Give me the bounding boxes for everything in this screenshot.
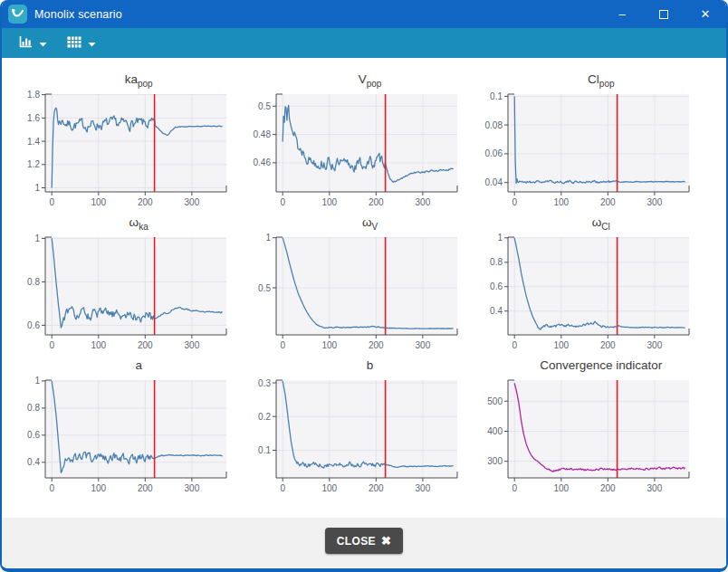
x-tick-label: 100 bbox=[91, 340, 107, 350]
plots-grid: kapop11.21.41.61.80100200300Vpop0.460.48… bbox=[17, 72, 711, 501]
x-tick-label: 200 bbox=[138, 483, 153, 493]
x-tick-label: 300 bbox=[647, 340, 662, 350]
plot-title-Cl_pop: Clpop bbox=[481, 72, 694, 89]
x-tick-label: 200 bbox=[138, 340, 153, 350]
plot-title-omega_V: ωV bbox=[249, 215, 463, 232]
toolbar bbox=[2, 28, 726, 58]
x-tick-label: 300 bbox=[185, 340, 200, 350]
window-title: Monolix scenario bbox=[34, 8, 122, 21]
plot-cell-omega_ka: ωka0.60.810100200300 bbox=[18, 215, 247, 358]
y-tick-label: 0.1 bbox=[259, 445, 272, 455]
x-tick-label: 0 bbox=[512, 197, 517, 207]
x-tick-label: 0 bbox=[281, 340, 286, 350]
close-button[interactable]: CLOSE ✖ bbox=[325, 528, 404, 554]
y-tick-label: 0.4 bbox=[27, 457, 40, 467]
y-tick-label: 0.5 bbox=[259, 283, 272, 293]
close-icon: ✖ bbox=[381, 534, 391, 548]
plot-title-a: a bbox=[18, 358, 232, 375]
x-tick-label: 200 bbox=[600, 483, 616, 493]
y-tick-label: 300 bbox=[487, 456, 503, 466]
y-tick-label: 400 bbox=[487, 426, 503, 436]
close-button-label: CLOSE bbox=[337, 535, 376, 548]
plot-cell-a: a0.40.60.810100200300 bbox=[18, 358, 247, 501]
x-tick-label: 0 bbox=[50, 197, 55, 207]
y-tick-label: 1 bbox=[35, 234, 41, 243]
y-tick-label: 1 bbox=[35, 183, 41, 193]
y-tick-label: 1.6 bbox=[27, 113, 40, 123]
x-tick-label: 0 bbox=[281, 197, 286, 207]
y-tick-label: 1.4 bbox=[27, 137, 40, 147]
layout-grid-button[interactable] bbox=[62, 33, 101, 54]
plot-cell-ka_pop: kapop11.21.41.61.80100200300 bbox=[18, 72, 247, 215]
x-tick-label: 300 bbox=[647, 483, 662, 493]
y-tick-label: 500 bbox=[487, 396, 503, 406]
minimize-button[interactable]: – bbox=[601, 0, 643, 28]
bar-chart-icon bbox=[18, 35, 33, 52]
plot-cell-omega_V: ωV0.510100200300 bbox=[249, 215, 478, 358]
chevron-down-icon bbox=[88, 36, 96, 50]
x-tick-label: 200 bbox=[600, 340, 616, 350]
x-tick-label: 200 bbox=[369, 197, 384, 207]
x-tick-label: 0 bbox=[512, 483, 517, 493]
footer: CLOSE ✖ bbox=[2, 518, 726, 568]
x-tick-label: 300 bbox=[416, 483, 431, 493]
x-tick-label: 300 bbox=[185, 197, 200, 207]
y-tick-label: 1.2 bbox=[27, 159, 40, 169]
y-tick-label: 0.5 bbox=[259, 101, 272, 111]
x-tick-label: 0 bbox=[50, 483, 55, 493]
x-tick-label: 100 bbox=[322, 340, 338, 350]
y-tick-label: 1.8 bbox=[27, 90, 40, 100]
plot-title-V_pop: Vpop bbox=[249, 72, 463, 89]
maximize-button[interactable] bbox=[643, 0, 685, 28]
x-tick-label: 100 bbox=[322, 197, 338, 207]
plot-a: 0.40.60.810100200300 bbox=[18, 375, 232, 498]
close-window-button[interactable]: ✕ bbox=[685, 0, 726, 28]
monolix-window: Monolix scenario – ✕ bbox=[0, 0, 728, 572]
y-tick-label: 0.2 bbox=[259, 412, 272, 422]
x-tick-label: 300 bbox=[185, 483, 200, 493]
maximize-icon bbox=[659, 10, 668, 19]
x-tick-label: 200 bbox=[600, 197, 616, 207]
plot-cell-Cl_pop: Clpop0.040.060.080.10100200300 bbox=[481, 72, 710, 215]
x-tick-label: 100 bbox=[322, 483, 338, 493]
plot-omega_Cl: 0.40.60.810100200300 bbox=[481, 232, 694, 355]
y-tick-label: 0.6 bbox=[490, 281, 503, 291]
chevron-down-icon bbox=[39, 36, 47, 50]
x-tick-label: 300 bbox=[416, 340, 431, 350]
plot-ka_pop: 11.21.41.61.80100200300 bbox=[18, 89, 232, 212]
x-tick-label: 200 bbox=[369, 483, 384, 493]
x-tick-label: 100 bbox=[553, 483, 569, 493]
plot-title-convergence_indicator: Convergence indicator bbox=[481, 358, 694, 375]
plot-Cl_pop: 0.040.060.080.10100200300 bbox=[481, 89, 694, 212]
plot-b: 0.10.20.30100200300 bbox=[249, 375, 463, 498]
y-tick-label: 0.3 bbox=[259, 378, 272, 388]
plot-omega_ka: 0.60.810100200300 bbox=[18, 232, 232, 355]
plot-omega_V: 0.510100200300 bbox=[249, 232, 463, 355]
plot-title-ka_pop: kapop bbox=[18, 72, 232, 89]
chart-type-button[interactable] bbox=[13, 32, 53, 55]
y-tick-label: 0.8 bbox=[27, 277, 40, 287]
x-tick-label: 100 bbox=[553, 340, 569, 350]
y-tick-label: 0.8 bbox=[27, 403, 40, 413]
y-tick-label: 0.08 bbox=[484, 120, 503, 130]
x-tick-label: 100 bbox=[553, 197, 569, 207]
x-tick-label: 300 bbox=[647, 197, 662, 207]
plot-cell-convergence_indicator: Convergence indicator3004005000100200300 bbox=[481, 358, 710, 501]
plots-area: kapop11.21.41.61.80100200300Vpop0.460.48… bbox=[2, 58, 726, 518]
x-tick-label: 100 bbox=[91, 197, 107, 207]
x-tick-label: 100 bbox=[91, 483, 107, 493]
y-tick-label: 0.4 bbox=[490, 306, 503, 316]
plot-cell-b: b0.10.20.30100200300 bbox=[249, 358, 478, 501]
x-tick-label: 200 bbox=[138, 197, 153, 207]
x-tick-label: 0 bbox=[512, 340, 517, 350]
y-tick-label: 0.8 bbox=[490, 257, 503, 267]
y-tick-label: 1 bbox=[497, 233, 503, 243]
plot-title-omega_ka: ωka bbox=[18, 215, 232, 232]
plot-V_pop: 0.460.480.50100200300 bbox=[249, 89, 463, 212]
x-tick-label: 0 bbox=[281, 483, 286, 493]
plot-convergence_indicator: 3004005000100200300 bbox=[481, 375, 694, 498]
x-tick-label: 300 bbox=[416, 197, 431, 207]
y-tick-label: 1 bbox=[35, 376, 41, 386]
y-tick-label: 0.6 bbox=[27, 320, 40, 330]
y-tick-label: 0.1 bbox=[490, 91, 503, 101]
